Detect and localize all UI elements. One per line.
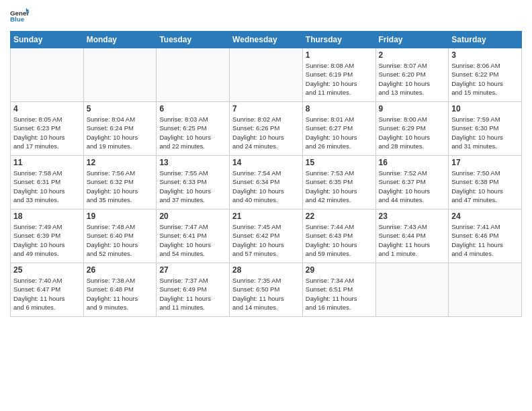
day-number: 19 bbox=[87, 212, 154, 221]
calendar-cell bbox=[11, 48, 84, 102]
calendar-cell bbox=[83, 48, 157, 102]
day-info: Sunrise: 7:48 AM Sunset: 6:40 PM Dayligh… bbox=[87, 222, 154, 258]
day-info: Sunrise: 7:53 AM Sunset: 6:35 PM Dayligh… bbox=[306, 169, 373, 204]
calendar-cell: 28Sunrise: 7:35 AM Sunset: 6:50 PM Dayli… bbox=[230, 263, 303, 317]
day-info: Sunrise: 7:58 AM Sunset: 6:31 PM Dayligh… bbox=[13, 169, 81, 204]
day-info: Sunrise: 7:56 AM Sunset: 6:32 PM Dayligh… bbox=[87, 169, 154, 204]
day-header-sunday: Sunday bbox=[11, 32, 84, 48]
day-number: 8 bbox=[306, 104, 373, 113]
calendar-cell: 4Sunrise: 8:05 AM Sunset: 6:23 PM Daylig… bbox=[11, 102, 84, 156]
day-number: 14 bbox=[232, 158, 300, 167]
day-info: Sunrise: 8:07 AM Sunset: 6:20 PM Dayligh… bbox=[379, 61, 446, 97]
calendar-cell: 2Sunrise: 8:07 AM Sunset: 6:20 PM Daylig… bbox=[375, 48, 449, 102]
day-info: Sunrise: 8:02 AM Sunset: 6:26 PM Dayligh… bbox=[232, 115, 300, 150]
logo-icon: General Blue bbox=[10, 7, 29, 26]
header: General Blue bbox=[10, 7, 522, 26]
day-info: Sunrise: 8:04 AM Sunset: 6:24 PM Dayligh… bbox=[87, 115, 154, 150]
week-row-3: 18Sunrise: 7:49 AM Sunset: 6:39 PM Dayli… bbox=[11, 210, 522, 263]
calendar-header-row: SundayMondayTuesdayWednesdayThursdayFrid… bbox=[11, 32, 522, 48]
calendar-cell: 5Sunrise: 8:04 AM Sunset: 6:24 PM Daylig… bbox=[83, 102, 157, 156]
calendar-cell: 20Sunrise: 7:47 AM Sunset: 6:41 PM Dayli… bbox=[157, 210, 230, 263]
calendar-cell: 21Sunrise: 7:45 AM Sunset: 6:42 PM Dayli… bbox=[230, 210, 303, 263]
calendar-cell: 8Sunrise: 8:01 AM Sunset: 6:27 PM Daylig… bbox=[302, 102, 375, 156]
calendar-cell: 29Sunrise: 7:34 AM Sunset: 6:51 PM Dayli… bbox=[302, 263, 375, 317]
calendar-cell: 12Sunrise: 7:56 AM Sunset: 6:32 PM Dayli… bbox=[83, 156, 157, 210]
calendar-cell: 18Sunrise: 7:49 AM Sunset: 6:39 PM Dayli… bbox=[11, 210, 84, 263]
calendar-cell: 24Sunrise: 7:41 AM Sunset: 6:46 PM Dayli… bbox=[449, 210, 522, 263]
day-number: 4 bbox=[13, 104, 81, 113]
calendar-table: SundayMondayTuesdayWednesdayThursdayFrid… bbox=[10, 31, 522, 317]
day-info: Sunrise: 7:41 AM Sunset: 6:46 PM Dayligh… bbox=[451, 222, 519, 258]
day-number: 28 bbox=[232, 265, 300, 275]
day-info: Sunrise: 7:47 AM Sunset: 6:41 PM Dayligh… bbox=[159, 222, 226, 258]
week-row-1: 4Sunrise: 8:05 AM Sunset: 6:23 PM Daylig… bbox=[11, 102, 522, 156]
day-number: 23 bbox=[379, 212, 446, 221]
day-info: Sunrise: 8:00 AM Sunset: 6:29 PM Dayligh… bbox=[379, 115, 446, 150]
day-header-saturday: Saturday bbox=[449, 32, 522, 48]
day-info: Sunrise: 7:40 AM Sunset: 6:47 PM Dayligh… bbox=[13, 276, 81, 312]
calendar-cell bbox=[449, 263, 522, 317]
page: General Blue SundayMondayTuesdayWednesda… bbox=[0, 0, 532, 411]
day-number: 17 bbox=[451, 158, 519, 167]
calendar-cell: 9Sunrise: 8:00 AM Sunset: 6:29 PM Daylig… bbox=[375, 102, 449, 156]
day-number: 11 bbox=[13, 158, 81, 167]
day-info: Sunrise: 7:43 AM Sunset: 6:44 PM Dayligh… bbox=[379, 222, 446, 258]
day-header-tuesday: Tuesday bbox=[157, 32, 230, 48]
calendar-cell: 3Sunrise: 8:06 AM Sunset: 6:22 PM Daylig… bbox=[449, 48, 522, 102]
day-number: 7 bbox=[232, 104, 300, 113]
day-number: 24 bbox=[451, 212, 519, 221]
calendar-cell: 10Sunrise: 7:59 AM Sunset: 6:30 PM Dayli… bbox=[449, 102, 522, 156]
calendar-cell: 11Sunrise: 7:58 AM Sunset: 6:31 PM Dayli… bbox=[11, 156, 84, 210]
day-number: 26 bbox=[87, 265, 154, 275]
day-number: 12 bbox=[87, 158, 154, 167]
calendar-cell: 25Sunrise: 7:40 AM Sunset: 6:47 PM Dayli… bbox=[11, 263, 84, 317]
day-info: Sunrise: 7:44 AM Sunset: 6:43 PM Dayligh… bbox=[306, 222, 373, 258]
day-info: Sunrise: 7:49 AM Sunset: 6:39 PM Dayligh… bbox=[13, 222, 81, 258]
day-number: 25 bbox=[13, 265, 81, 275]
day-info: Sunrise: 7:59 AM Sunset: 6:30 PM Dayligh… bbox=[451, 115, 519, 150]
calendar-cell: 14Sunrise: 7:54 AM Sunset: 6:34 PM Dayli… bbox=[230, 156, 303, 210]
day-number: 9 bbox=[379, 104, 446, 113]
logo: General Blue bbox=[10, 7, 29, 26]
day-number: 2 bbox=[379, 50, 446, 60]
week-row-4: 25Sunrise: 7:40 AM Sunset: 6:47 PM Dayli… bbox=[11, 263, 522, 317]
day-number: 21 bbox=[232, 212, 300, 221]
day-info: Sunrise: 7:35 AM Sunset: 6:50 PM Dayligh… bbox=[232, 276, 300, 312]
day-number: 3 bbox=[451, 50, 519, 60]
calendar-cell: 13Sunrise: 7:55 AM Sunset: 6:33 PM Dayli… bbox=[157, 156, 230, 210]
calendar-cell: 16Sunrise: 7:52 AM Sunset: 6:37 PM Dayli… bbox=[375, 156, 449, 210]
day-info: Sunrise: 7:52 AM Sunset: 6:37 PM Dayligh… bbox=[379, 169, 446, 204]
day-info: Sunrise: 8:03 AM Sunset: 6:25 PM Dayligh… bbox=[159, 115, 226, 150]
day-info: Sunrise: 7:37 AM Sunset: 6:49 PM Dayligh… bbox=[159, 276, 226, 312]
day-number: 10 bbox=[451, 104, 519, 113]
day-info: Sunrise: 8:08 AM Sunset: 6:19 PM Dayligh… bbox=[306, 61, 373, 97]
calendar-cell bbox=[157, 48, 230, 102]
day-number: 5 bbox=[87, 104, 154, 113]
day-number: 16 bbox=[379, 158, 446, 167]
week-row-0: 1Sunrise: 8:08 AM Sunset: 6:19 PM Daylig… bbox=[11, 48, 522, 102]
day-header-friday: Friday bbox=[375, 32, 449, 48]
svg-text:Blue: Blue bbox=[10, 15, 25, 23]
calendar-cell: 22Sunrise: 7:44 AM Sunset: 6:43 PM Dayli… bbox=[302, 210, 375, 263]
calendar-cell: 1Sunrise: 8:08 AM Sunset: 6:19 PM Daylig… bbox=[302, 48, 375, 102]
day-number: 20 bbox=[159, 212, 226, 221]
week-row-2: 11Sunrise: 7:58 AM Sunset: 6:31 PM Dayli… bbox=[11, 156, 522, 210]
day-info: Sunrise: 7:45 AM Sunset: 6:42 PM Dayligh… bbox=[232, 222, 300, 258]
svg-marker-3 bbox=[26, 9, 29, 13]
day-number: 1 bbox=[306, 50, 373, 60]
day-info: Sunrise: 8:01 AM Sunset: 6:27 PM Dayligh… bbox=[306, 115, 373, 150]
day-info: Sunrise: 7:55 AM Sunset: 6:33 PM Dayligh… bbox=[159, 169, 226, 204]
day-info: Sunrise: 7:38 AM Sunset: 6:48 PM Dayligh… bbox=[87, 276, 154, 312]
calendar-cell: 6Sunrise: 8:03 AM Sunset: 6:25 PM Daylig… bbox=[157, 102, 230, 156]
day-header-monday: Monday bbox=[83, 32, 157, 48]
day-number: 29 bbox=[306, 265, 373, 275]
calendar-cell: 17Sunrise: 7:50 AM Sunset: 6:38 PM Dayli… bbox=[449, 156, 522, 210]
day-number: 15 bbox=[306, 158, 373, 167]
day-number: 18 bbox=[13, 212, 81, 221]
calendar-cell bbox=[375, 263, 449, 317]
calendar-cell: 23Sunrise: 7:43 AM Sunset: 6:44 PM Dayli… bbox=[375, 210, 449, 263]
day-number: 27 bbox=[159, 265, 226, 275]
calendar-cell: 27Sunrise: 7:37 AM Sunset: 6:49 PM Dayli… bbox=[157, 263, 230, 317]
day-info: Sunrise: 7:34 AM Sunset: 6:51 PM Dayligh… bbox=[306, 276, 373, 312]
day-info: Sunrise: 7:54 AM Sunset: 6:34 PM Dayligh… bbox=[232, 169, 300, 204]
